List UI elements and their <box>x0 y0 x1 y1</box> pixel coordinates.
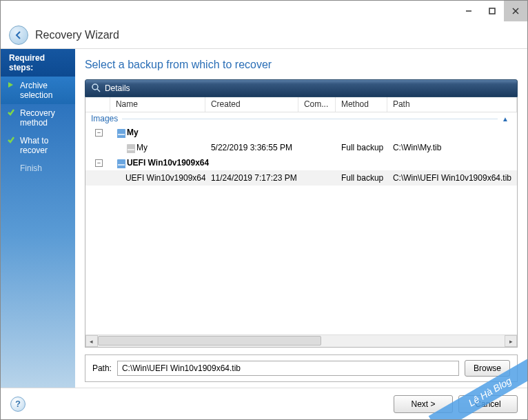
step-archive-selection[interactable]: Archive selection <box>1 77 75 104</box>
browse-button[interactable]: Browse <box>465 360 510 377</box>
collapse-icon: ▲ <box>502 115 509 123</box>
magnifier-icon <box>91 83 101 94</box>
maximize-button[interactable] <box>480 1 504 21</box>
backup-group[interactable]: − My <box>85 125 517 140</box>
group-images[interactable]: Images ▲ <box>85 112 517 125</box>
backup-name: My <box>127 128 139 137</box>
svg-point-4 <box>92 84 98 90</box>
required-steps-header: Required steps: <box>1 49 75 77</box>
disk-icon <box>116 127 127 138</box>
backup-path: C:\Win\My.tib <box>387 143 517 152</box>
svg-rect-11 <box>118 164 125 166</box>
step-label: What to recover <box>20 136 48 155</box>
next-button[interactable]: Next > <box>394 395 453 413</box>
titlebar <box>1 1 527 21</box>
backup-name: UEFI Win10v1909x64 <box>125 173 205 183</box>
cancel-button[interactable]: Cancel <box>458 395 518 413</box>
expander-minus-icon[interactable]: − <box>95 159 103 167</box>
svg-rect-9 <box>128 149 134 150</box>
scroll-thumb[interactable] <box>98 336 322 346</box>
disk-icon <box>125 142 136 153</box>
backup-item[interactable]: My 5/22/2019 3:36:55 PM Full backup C:\W… <box>85 140 517 155</box>
svg-rect-1 <box>489 8 495 14</box>
backup-created: 5/22/2019 3:36:55 PM <box>205 143 298 152</box>
svg-rect-6 <box>117 129 125 138</box>
wizard-header: Recovery Wizard <box>1 21 527 49</box>
step-label: Recovery method <box>20 108 55 128</box>
scroll-track[interactable] <box>98 335 505 347</box>
backup-path: C:\Win\UEFI Win10v1909x64.tib <box>387 173 517 183</box>
main-panel: Select a backup from which to recover De… <box>75 49 527 388</box>
step-label: Archive selection <box>20 81 52 100</box>
group-label: Images <box>91 114 118 123</box>
backup-group[interactable]: − UEFI Win10v1909x64 <box>85 155 517 170</box>
scroll-left-icon[interactable]: ◂ <box>85 335 98 347</box>
wizard-title: Recovery Wizard <box>35 29 119 41</box>
backup-method: Full backup <box>336 143 387 152</box>
details-label: Details <box>105 83 130 93</box>
step-finish: Finish <box>1 159 75 177</box>
arrow-left-icon <box>14 30 23 40</box>
step-label: Finish <box>20 163 42 173</box>
backup-created: 11/24/2019 7:17:23 PM <box>205 173 298 183</box>
svg-rect-10 <box>117 159 125 168</box>
details-toolbar: Details <box>85 79 518 97</box>
backup-name: UEFI Win10v1909x64 <box>127 158 209 168</box>
column-path[interactable]: Path <box>387 97 517 112</box>
list-header: Name Created Com... Method Path <box>85 97 517 112</box>
list-body: Images ▲ − My <box>85 112 517 334</box>
column-method[interactable]: Method <box>336 97 387 112</box>
disk-icon <box>116 157 127 168</box>
help-button[interactable]: ? <box>10 397 26 412</box>
check-icon <box>7 108 15 119</box>
svg-line-5 <box>97 89 100 92</box>
path-input[interactable] <box>117 361 459 376</box>
close-button[interactable] <box>504 1 527 21</box>
column-spacer <box>85 97 110 112</box>
path-row: Path: Browse <box>85 354 518 382</box>
expander-minus-icon[interactable]: − <box>95 129 103 137</box>
step-what-to-recover[interactable]: What to recover <box>1 132 75 159</box>
column-comment[interactable]: Com... <box>298 97 336 112</box>
backup-method: Full backup <box>336 173 387 183</box>
backup-name: My <box>136 143 148 152</box>
column-name[interactable]: Name <box>110 97 205 112</box>
svg-rect-7 <box>118 134 125 135</box>
main-title: Select a backup from which to recover <box>85 59 518 71</box>
backup-list: Name Created Com... Method Path Images ▲… <box>85 97 518 348</box>
svg-rect-8 <box>127 144 135 153</box>
column-created[interactable]: Created <box>205 97 298 112</box>
sidebar: Required steps: Archive selection Recove… <box>1 49 75 388</box>
step-recovery-method[interactable]: Recovery method <box>1 104 75 132</box>
path-label: Path: <box>92 363 112 373</box>
back-button[interactable] <box>9 26 28 45</box>
footer: ? Next > Cancel <box>1 388 527 419</box>
minimize-button[interactable] <box>457 1 480 21</box>
horizontal-scrollbar[interactable]: ◂ ▸ <box>85 334 517 347</box>
backup-item[interactable]: UEFI Win10v1909x64 11/24/2019 7:17:23 PM… <box>85 170 517 186</box>
scroll-right-icon[interactable]: ▸ <box>505 335 517 347</box>
check-icon <box>7 136 15 146</box>
arrow-right-icon <box>7 81 15 91</box>
